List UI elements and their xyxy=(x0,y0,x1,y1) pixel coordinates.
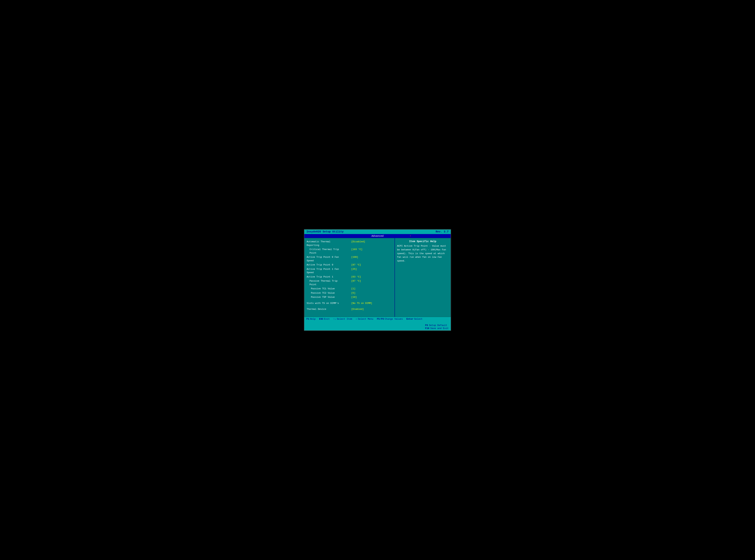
setting-value: [1] xyxy=(351,287,392,291)
setting-name: Critical Thermal TripPoint xyxy=(307,248,351,255)
screen-outer: InsydeH2O Setup Utility Rev. 3.7 Advance… xyxy=(300,224,455,336)
f1-key: F1 xyxy=(306,318,309,320)
help-text: ACPI Active Trip Point - Value must be b… xyxy=(397,244,448,263)
setting-name: Slots with TS on DIMM's xyxy=(307,302,351,305)
setting-value: [10] xyxy=(351,296,392,299)
bios-title: InsydeH2O Setup Utility xyxy=(306,230,344,233)
footer-enter: Enter Select xyxy=(406,318,423,320)
setting-value: [103 °C] xyxy=(351,248,392,255)
list-item[interactable]: Passive TC1 Value [1] xyxy=(307,287,392,291)
enter-key: Enter xyxy=(406,318,413,320)
bios-container: InsydeH2O Setup Utility Rev. 3.7 Advance… xyxy=(304,229,451,331)
current-tab-label: Advanced xyxy=(371,235,383,238)
footer-lr: ↔ Select Menu xyxy=(356,318,373,320)
f5f6-desc: Change Values xyxy=(385,318,403,320)
setting-name: Passive TC1 Value xyxy=(307,287,351,291)
footer-f10: F10 Save and Exit xyxy=(425,327,449,330)
setting-value: [87 °C] xyxy=(351,263,392,267)
list-item[interactable]: Critical Thermal TripPoint [103 °C] xyxy=(307,248,392,255)
f10-key: F10 xyxy=(425,327,429,330)
list-item[interactable]: Passive Thermal TripPoint [87 °C] xyxy=(307,279,392,286)
setting-value: [25] xyxy=(351,267,392,275)
footer-f9: F9 Setup Default xyxy=(425,324,449,327)
footer: F1 Help ESC Exit ↑↓ Select Item ↔ Select… xyxy=(304,317,451,331)
setting-value: [5] xyxy=(351,291,392,295)
list-item[interactable]: Passive TSP Value [10] xyxy=(307,296,392,299)
esc-key: ESC xyxy=(319,318,323,320)
list-item[interactable]: Automatic ThermalReporting [Disabled] xyxy=(307,240,392,247)
footer-right: F9 Setup Default F10 Save and Exit xyxy=(425,324,449,330)
list-item[interactable]: Passive TC2 Value [5] xyxy=(307,291,392,295)
list-item[interactable]: Active Trip Point 0 [87 °C] xyxy=(307,263,392,267)
list-item[interactable]: Active Trip Point 1 [63 °C] xyxy=(307,275,392,279)
main-content: Automatic ThermalReporting [Disabled] Cr… xyxy=(304,238,451,317)
setting-value: [Disabled] xyxy=(351,240,392,247)
arrows-key: ↑↓ xyxy=(333,318,336,320)
setting-name: Active Trip Point 1 xyxy=(307,275,351,279)
left-panel: Automatic ThermalReporting [Disabled] Cr… xyxy=(305,238,395,317)
footer-f5f6: F5/F6 Change Values xyxy=(377,318,403,320)
setting-value: [100] xyxy=(351,255,392,262)
setting-value: [Enabled] xyxy=(351,307,392,311)
setting-value: [63 °C] xyxy=(351,275,392,279)
setting-value: [No TS on DIMM] xyxy=(351,302,392,305)
title-bar: InsydeH2O Setup Utility Rev. 3.7 xyxy=(304,229,451,234)
setting-value: [87 °C] xyxy=(351,279,392,286)
right-panel: Item Specific Help ACPI Active Trip Poin… xyxy=(395,238,450,317)
lr-desc: Select Menu xyxy=(358,318,373,320)
arrows-desc: Select Item xyxy=(337,318,352,320)
footer-esc: ESC Exit xyxy=(319,318,330,320)
setting-name: Passive TSP Value xyxy=(307,296,351,299)
footer-arrows: ↑↓ Select Item xyxy=(333,318,352,320)
list-item[interactable]: Active Trip Point 0 FanSpeed [100] xyxy=(307,255,392,262)
f10-desc: Save and Exit xyxy=(430,327,449,330)
setting-name: Automatic ThermalReporting xyxy=(307,240,351,247)
setting-name: Passive TC2 Value xyxy=(307,291,351,295)
footer-f1: F1 Help xyxy=(306,318,315,320)
lr-key: ↔ xyxy=(356,318,357,320)
setting-name: Thermal Device xyxy=(307,307,351,311)
setting-name: Active Trip Point 0 xyxy=(307,263,351,267)
f9-key: F9 xyxy=(425,324,428,327)
f5f6-key: F5/F6 xyxy=(377,318,384,320)
setting-name: Active Trip Point 1 FanSpeed xyxy=(307,267,351,275)
scroll-up-arrow: ↑ xyxy=(409,235,411,238)
nav-bar: Advanced ↑ xyxy=(304,234,451,238)
list-item[interactable]: Thermal Device [Enabled] xyxy=(307,307,392,311)
help-title: Item Specific Help xyxy=(397,240,448,243)
f9-desc: Setup Default xyxy=(429,324,447,327)
enter-desc: Select xyxy=(414,318,423,320)
setting-name: Active Trip Point 0 FanSpeed xyxy=(307,255,351,262)
list-item[interactable]: Slots with TS on DIMM's [No TS on DIMM] xyxy=(307,302,392,305)
bios-revision: Rev. 3.7 xyxy=(436,230,449,233)
f1-desc: Help xyxy=(310,318,315,320)
setting-name: Passive Thermal TripPoint xyxy=(307,279,351,286)
esc-desc: Exit xyxy=(324,318,330,320)
list-item[interactable]: Active Trip Point 1 FanSpeed [25] xyxy=(307,267,392,275)
